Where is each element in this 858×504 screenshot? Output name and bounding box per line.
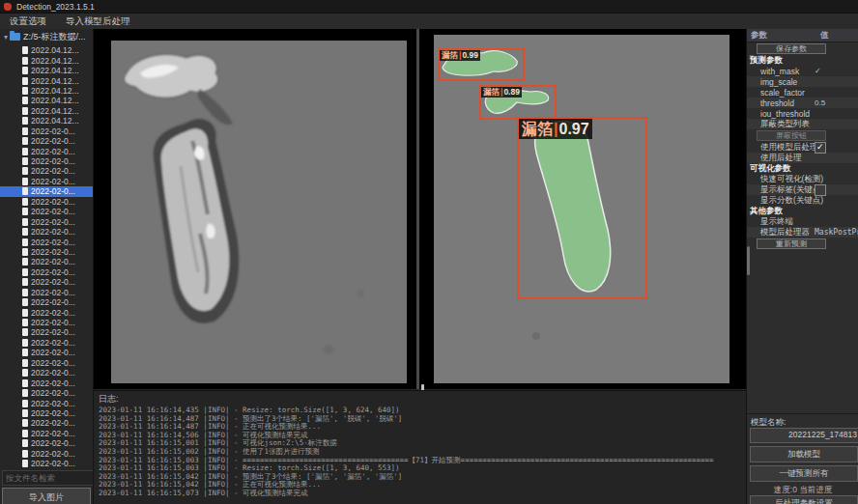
row-threshold[interactable]: threshold0.5 bbox=[747, 98, 858, 108]
file-icon bbox=[22, 57, 28, 65]
tree-item[interactable]: 2022.04.12... bbox=[0, 66, 93, 75]
tree-item[interactable]: 2022-02-0... bbox=[0, 197, 93, 207]
tree-item[interactable]: 2022-02-0... bbox=[0, 307, 93, 317]
file-icon bbox=[22, 439, 28, 447]
tree-item[interactable]: 2022-02-0... bbox=[0, 277, 93, 287]
tree-item[interactable]: 2022-02-0... bbox=[0, 378, 93, 387]
prediction-image-panel[interactable]: 漏箔|0.99 漏箔|0.89 漏箔|0.97 bbox=[434, 35, 729, 383]
load-model-button[interactable]: 加载模型 bbox=[750, 446, 858, 462]
tree-root[interactable]: ▾ Z:/5-标注数据/... bbox=[0, 29, 93, 44]
tree-item[interactable]: 2022-02-0... bbox=[0, 358, 93, 368]
tree-item[interactable]: 2022-02-0... bbox=[0, 237, 93, 246]
tree-item-label: 2022-02-0... bbox=[31, 318, 75, 327]
tree-item-label: 2022-02-0... bbox=[31, 338, 75, 348]
tree-item[interactable]: 2022.04.12... bbox=[0, 45, 93, 55]
tree-item[interactable]: 2022.04.12... bbox=[0, 96, 93, 105]
tree-item-label: 2022-02-0... bbox=[31, 418, 75, 428]
source-defect-image bbox=[111, 41, 407, 383]
tree-item-label: 2022-02-0... bbox=[31, 247, 75, 257]
tree-item-label: 2022-02-0... bbox=[31, 227, 75, 237]
file-icon bbox=[22, 87, 28, 95]
row-iou-threshold[interactable]: iou_threshold bbox=[747, 108, 858, 119]
tree-item[interactable]: 2022-02-0... bbox=[0, 368, 93, 378]
log-lines: 2023-01-11 16:16:14,435 |INFO| - Resize:… bbox=[94, 406, 746, 498]
source-image-panel[interactable] bbox=[111, 41, 407, 383]
postprocess-settings-button[interactable]: 后处理参数设置 bbox=[750, 495, 858, 504]
file-icon bbox=[22, 359, 28, 367]
tree-item[interactable]: 2022-02-0... bbox=[0, 408, 93, 418]
row-use-model-postprocess-value[interactable] bbox=[815, 142, 826, 154]
tree-item[interactable]: 2022-02-0... bbox=[0, 449, 93, 459]
tree-item[interactable]: 2022-02-0... bbox=[0, 216, 93, 226]
tree-item[interactable]: 2022-02-0... bbox=[0, 438, 93, 448]
tree-item[interactable]: 2022-02-0... bbox=[0, 459, 93, 468]
row-use-model-postprocess-checkbox[interactable] bbox=[815, 142, 826, 154]
detection-class: 漏箔 bbox=[483, 87, 500, 97]
tree-item[interactable]: 2022-02-0... bbox=[0, 186, 93, 196]
menu-import-model-postprocess[interactable]: 导入模型后处理 bbox=[56, 15, 140, 28]
tree-item[interactable]: 2022-02-0... bbox=[0, 166, 93, 176]
tree-item[interactable]: 2022.04.12... bbox=[0, 75, 93, 85]
save-params-button[interactable]: 保存参数 bbox=[757, 43, 826, 54]
detection-class: 漏箔 bbox=[522, 121, 553, 137]
tree-item[interactable]: 2022.04.12... bbox=[0, 86, 93, 96]
file-icon bbox=[22, 77, 28, 85]
tree-item[interactable]: 2022.04.12... bbox=[0, 55, 93, 65]
row-show-labels-keypoints-checkbox[interactable] bbox=[815, 184, 826, 196]
row-model-postprocessor[interactable]: 模型后处理器MaskPostPro bbox=[747, 227, 858, 238]
row-with-mask-value: ✓ bbox=[815, 67, 821, 75]
tree-item[interactable]: 2022-02-0... bbox=[0, 156, 93, 166]
tree-item-label: 2022-02-0... bbox=[31, 358, 75, 368]
tree-item[interactable]: 2022-02-0... bbox=[0, 126, 93, 136]
tree-item[interactable]: 2022-02-0... bbox=[0, 288, 93, 297]
tree-item[interactable]: 2022-02-0... bbox=[0, 297, 93, 307]
mask-button-row: 屏蔽按钮 bbox=[747, 129, 858, 142]
tree-item[interactable]: 2022-02-0... bbox=[0, 136, 93, 146]
row-mask-type-list[interactable]: 屏蔽类型列表 bbox=[747, 119, 858, 129]
app-logo-icon bbox=[4, 3, 12, 11]
tree-item[interactable]: 2022-02-0... bbox=[0, 146, 93, 155]
row-model-postprocessor-value: MaskPostPro bbox=[815, 228, 858, 237]
row-show-scores-keypoints[interactable]: 显示分数(关键点) bbox=[747, 195, 858, 206]
tree-item[interactable]: 2022-02-0... bbox=[0, 348, 93, 357]
tree-item[interactable]: 2022-02-0... bbox=[0, 388, 93, 398]
row-fast-visualization[interactable]: 快速可视化(检测) bbox=[747, 174, 858, 184]
tree-item-label: 2022-02-0... bbox=[31, 136, 75, 146]
caret-down-icon[interactable]: ▾ bbox=[4, 33, 8, 42]
predict-all-button[interactable]: 一键预测所有 bbox=[750, 465, 858, 482]
tree-item[interactable]: 2022-02-0... bbox=[0, 338, 93, 348]
tree-item[interactable]: 2022-02-0... bbox=[0, 207, 93, 216]
tree-item[interactable]: 2022-02-0... bbox=[0, 318, 93, 327]
mask-button[interactable]: 屏蔽按钮 bbox=[757, 130, 826, 141]
tree-item[interactable]: 2022-02-0... bbox=[0, 227, 93, 237]
repredict-button[interactable]: 重新预测 bbox=[757, 238, 826, 249]
row-with-mask-label: with_mask bbox=[747, 67, 799, 76]
row-show-labels-keypoints[interactable]: 显示标签(关键点) bbox=[747, 184, 858, 195]
tree-item[interactable]: 2022-02-0... bbox=[0, 177, 93, 186]
tree-item[interactable]: 2022-02-0... bbox=[0, 247, 93, 257]
file-icon bbox=[22, 137, 28, 145]
row-scale-factor[interactable]: scale_factor bbox=[747, 87, 858, 98]
tree-item[interactable]: 2022-02-0... bbox=[0, 418, 93, 428]
row-with-mask[interactable]: with_mask✓ bbox=[747, 66, 858, 76]
row-show-terminal[interactable]: 显示终端 bbox=[747, 216, 858, 227]
filename-search-input[interactable] bbox=[2, 470, 94, 486]
params-scrollbar[interactable] bbox=[747, 246, 750, 275]
tree-item[interactable]: 2022-02-0... bbox=[0, 257, 93, 266]
tree-item[interactable]: 2022.04.12... bbox=[0, 116, 93, 126]
tree-item[interactable]: 2022-02-0... bbox=[0, 267, 93, 277]
tree-item[interactable]: 2022.04.12... bbox=[0, 106, 93, 116]
file-icon bbox=[22, 450, 28, 458]
row-img-scale[interactable]: img_scale bbox=[747, 76, 858, 87]
row-use-postprocess[interactable]: 使用后处理 bbox=[747, 153, 858, 163]
menu-settings-options[interactable]: 设置选项 bbox=[0, 15, 56, 28]
tree-item-label: 2022-02-0... bbox=[31, 257, 75, 266]
row-show-labels-keypoints-value[interactable] bbox=[815, 184, 826, 196]
tree-item[interactable]: 2022-02-0... bbox=[0, 327, 93, 337]
tree-item-label: 2022-02-0... bbox=[31, 197, 75, 207]
model-name-field[interactable]: 20221225_174813 bbox=[750, 428, 858, 443]
tree-item[interactable]: 2022-02-0... bbox=[0, 398, 93, 407]
row-use-model-postprocess[interactable]: 使用模型后处理 bbox=[747, 142, 858, 153]
import-images-button[interactable]: 导入图片 bbox=[2, 488, 91, 504]
tree-item[interactable]: 2022-02-0... bbox=[0, 429, 93, 438]
